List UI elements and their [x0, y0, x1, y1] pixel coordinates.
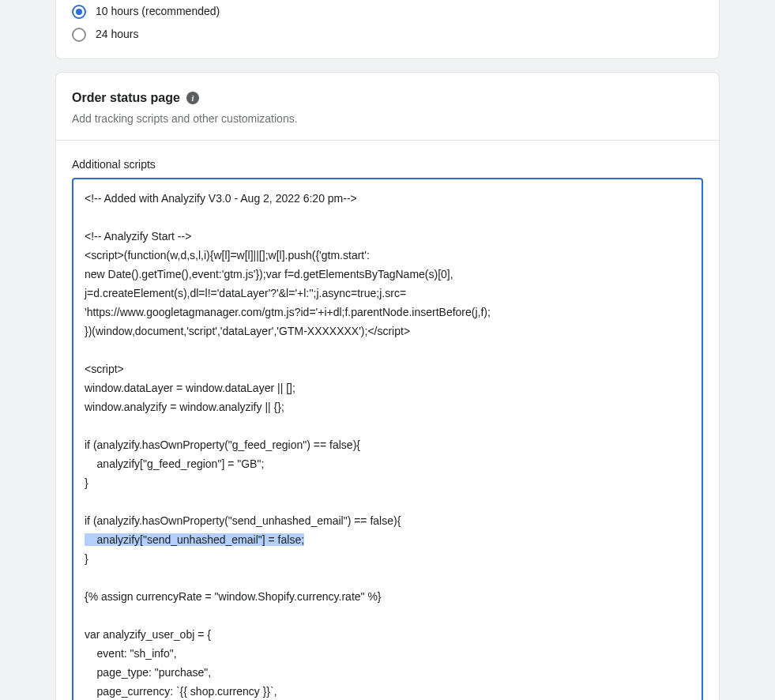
card-title: Order status page — [72, 88, 180, 107]
abandonment-timing-card: 10 hours (recommended) 24 hours — [55, 0, 720, 59]
order-status-page-card: Order status page i Add tracking scripts… — [55, 72, 720, 700]
radio-icon — [72, 28, 86, 42]
additional-scripts-section: Additional scripts <!-- Added with Analy… — [56, 141, 719, 700]
radio-icon — [72, 5, 86, 19]
radio-24-hours[interactable]: 24 hours — [56, 23, 719, 46]
additional-scripts-input[interactable]: <!-- Added with Analyzify V3.0 - Aug 2, … — [72, 178, 703, 700]
info-icon[interactable]: i — [186, 92, 199, 104]
radio-label: 24 hours — [96, 26, 138, 43]
card-subtitle: Add tracking scripts and other customiza… — [72, 111, 703, 127]
radio-label: 10 hours (recommended) — [96, 3, 220, 20]
radio-10-hours[interactable]: 10 hours (recommended) — [56, 0, 719, 23]
card-header: Order status page i Add tracking scripts… — [56, 73, 719, 140]
highlighted-code: analyzify["send_unhashed_email"] = false… — [85, 533, 304, 546]
additional-scripts-label: Additional scripts — [72, 156, 703, 173]
